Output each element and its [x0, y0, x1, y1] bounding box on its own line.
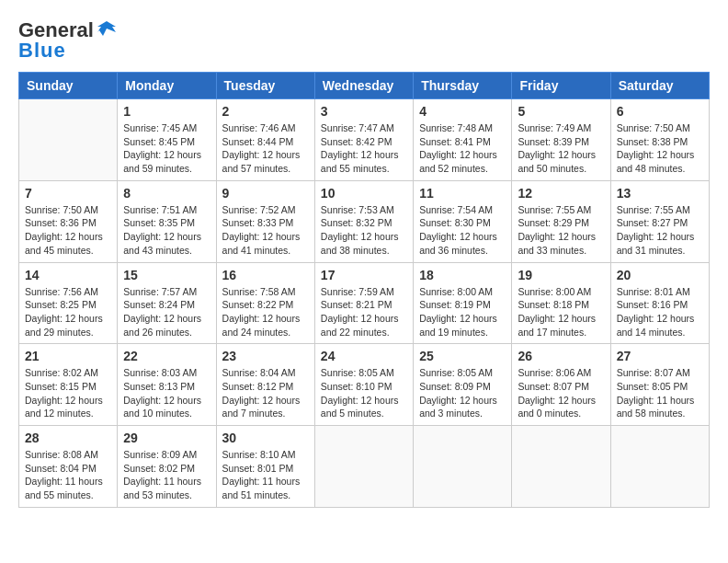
calendar-cell: 12Sunrise: 7:55 AMSunset: 8:29 PMDayligh…: [512, 180, 610, 262]
calendar-cell: 15Sunrise: 7:57 AMSunset: 8:24 PMDayligh…: [118, 262, 216, 344]
day-info: Sunrise: 8:00 AMSunset: 8:19 PMDaylight:…: [419, 285, 506, 339]
day-info: Sunrise: 7:48 AMSunset: 8:41 PMDaylight:…: [419, 121, 506, 176]
logo: General Blue: [18, 18, 119, 63]
calendar-cell: 4Sunrise: 7:48 AMSunset: 8:41 PMDaylight…: [414, 99, 512, 181]
day-number: 5: [518, 104, 604, 119]
logo-bird-icon: [96, 19, 118, 38]
day-info: Sunrise: 8:01 AMSunset: 8:16 PMDaylight:…: [617, 285, 703, 339]
day-number: 8: [123, 186, 210, 201]
calendar-cell: 13Sunrise: 7:55 AMSunset: 8:27 PMDayligh…: [610, 180, 709, 262]
calendar-cell: [314, 426, 413, 508]
day-number: 7: [25, 186, 111, 201]
day-info: Sunrise: 7:50 AMSunset: 8:38 PMDaylight:…: [617, 121, 703, 176]
day-number: 12: [518, 186, 604, 201]
weekday-header-friday: Friday: [512, 73, 610, 99]
day-number: 18: [419, 268, 506, 282]
calendar-cell: 29Sunrise: 8:09 AMSunset: 8:02 PMDayligh…: [118, 426, 216, 508]
day-info: Sunrise: 7:45 AMSunset: 8:45 PMDaylight:…: [123, 121, 210, 176]
day-number: 26: [518, 349, 604, 363]
calendar-cell: 6Sunrise: 7:50 AMSunset: 8:38 PMDaylight…: [610, 99, 709, 181]
day-number: 29: [123, 431, 210, 445]
day-info: Sunrise: 7:47 AMSunset: 8:42 PMDaylight:…: [321, 121, 407, 176]
calendar-cell: [414, 426, 512, 508]
calendar-week-row-1: 1Sunrise: 7:45 AMSunset: 8:45 PMDaylight…: [19, 99, 710, 181]
calendar-cell: 25Sunrise: 8:05 AMSunset: 8:09 PMDayligh…: [414, 344, 512, 426]
day-info: Sunrise: 8:04 AMSunset: 8:12 PMDaylight:…: [222, 366, 309, 420]
day-info: Sunrise: 7:55 AMSunset: 8:29 PMDaylight:…: [518, 203, 604, 258]
day-info: Sunrise: 8:00 AMSunset: 8:18 PMDaylight:…: [518, 285, 604, 339]
day-info: Sunrise: 7:57 AMSunset: 8:24 PMDaylight:…: [123, 285, 210, 339]
weekday-header-tuesday: Tuesday: [216, 73, 314, 99]
day-number: 10: [321, 186, 407, 201]
weekday-header-thursday: Thursday: [414, 73, 512, 99]
day-info: Sunrise: 8:08 AMSunset: 8:04 PMDaylight:…: [25, 448, 111, 502]
calendar-cell: 3Sunrise: 7:47 AMSunset: 8:42 PMDaylight…: [314, 99, 413, 181]
calendar-cell: 18Sunrise: 8:00 AMSunset: 8:19 PMDayligh…: [414, 262, 512, 344]
day-info: Sunrise: 7:50 AMSunset: 8:36 PMDaylight:…: [25, 203, 111, 258]
weekday-header-sunday: Sunday: [19, 73, 118, 99]
calendar-cell: [610, 426, 709, 508]
day-number: 11: [419, 186, 506, 201]
calendar-cell: 5Sunrise: 7:49 AMSunset: 8:39 PMDaylight…: [512, 99, 610, 181]
calendar-cell: [19, 99, 118, 181]
day-info: Sunrise: 7:59 AMSunset: 8:21 PMDaylight:…: [321, 285, 407, 339]
day-info: Sunrise: 7:49 AMSunset: 8:39 PMDaylight:…: [518, 121, 604, 176]
calendar-cell: 19Sunrise: 8:00 AMSunset: 8:18 PMDayligh…: [512, 262, 610, 344]
day-number: 21: [25, 349, 111, 363]
calendar-cell: 20Sunrise: 8:01 AMSunset: 8:16 PMDayligh…: [610, 262, 709, 344]
calendar-cell: 1Sunrise: 7:45 AMSunset: 8:45 PMDaylight…: [118, 99, 216, 181]
calendar-cell: 27Sunrise: 8:07 AMSunset: 8:05 PMDayligh…: [610, 344, 709, 426]
calendar-cell: 21Sunrise: 8:02 AMSunset: 8:15 PMDayligh…: [19, 344, 118, 426]
weekday-header-saturday: Saturday: [610, 73, 709, 99]
day-info: Sunrise: 8:03 AMSunset: 8:13 PMDaylight:…: [123, 366, 210, 420]
day-number: 19: [518, 268, 604, 282]
day-info: Sunrise: 7:58 AMSunset: 8:22 PMDaylight:…: [222, 285, 309, 339]
day-number: 25: [419, 349, 506, 363]
day-number: 17: [321, 268, 407, 282]
calendar-table: SundayMondayTuesdayWednesdayThursdayFrid…: [18, 72, 710, 508]
calendar-week-row-3: 14Sunrise: 7:56 AMSunset: 8:25 PMDayligh…: [19, 262, 710, 344]
calendar-cell: 24Sunrise: 8:05 AMSunset: 8:10 PMDayligh…: [314, 344, 413, 426]
day-info: Sunrise: 8:05 AMSunset: 8:10 PMDaylight:…: [321, 366, 407, 420]
day-number: 20: [617, 268, 703, 282]
day-info: Sunrise: 7:54 AMSunset: 8:30 PMDaylight:…: [419, 203, 506, 258]
weekday-header-wednesday: Wednesday: [314, 73, 413, 99]
calendar-cell: 8Sunrise: 7:51 AMSunset: 8:35 PMDaylight…: [118, 180, 216, 262]
calendar-cell: 11Sunrise: 7:54 AMSunset: 8:30 PMDayligh…: [414, 180, 512, 262]
day-number: 3: [321, 104, 407, 119]
day-info: Sunrise: 8:06 AMSunset: 8:07 PMDaylight:…: [518, 366, 604, 420]
day-number: 2: [222, 104, 309, 119]
day-info: Sunrise: 8:02 AMSunset: 8:15 PMDaylight:…: [25, 366, 111, 420]
day-number: 30: [222, 431, 309, 445]
calendar-cell: 22Sunrise: 8:03 AMSunset: 8:13 PMDayligh…: [118, 344, 216, 426]
day-number: 24: [321, 349, 407, 363]
day-number: 27: [617, 349, 703, 363]
calendar-cell: 7Sunrise: 7:50 AMSunset: 8:36 PMDaylight…: [19, 180, 118, 262]
day-number: 6: [617, 104, 703, 119]
calendar-cell: 17Sunrise: 7:59 AMSunset: 8:21 PMDayligh…: [314, 262, 413, 344]
day-info: Sunrise: 7:56 AMSunset: 8:25 PMDaylight:…: [25, 285, 111, 339]
day-info: Sunrise: 7:53 AMSunset: 8:32 PMDaylight:…: [321, 203, 407, 258]
calendar-cell: 2Sunrise: 7:46 AMSunset: 8:44 PMDaylight…: [216, 99, 314, 181]
calendar-cell: 9Sunrise: 7:52 AMSunset: 8:33 PMDaylight…: [216, 180, 314, 262]
day-number: 4: [419, 104, 506, 119]
day-number: 22: [123, 349, 210, 363]
day-info: Sunrise: 7:46 AMSunset: 8:44 PMDaylight:…: [222, 121, 309, 176]
day-number: 16: [222, 268, 309, 282]
day-number: 14: [25, 268, 111, 282]
day-info: Sunrise: 7:51 AMSunset: 8:35 PMDaylight:…: [123, 203, 210, 258]
calendar-week-row-2: 7Sunrise: 7:50 AMSunset: 8:36 PMDaylight…: [19, 180, 710, 262]
day-info: Sunrise: 7:55 AMSunset: 8:27 PMDaylight:…: [617, 203, 703, 258]
calendar-cell: 16Sunrise: 7:58 AMSunset: 8:22 PMDayligh…: [216, 262, 314, 344]
calendar-cell: 30Sunrise: 8:10 AMSunset: 8:01 PMDayligh…: [216, 426, 314, 508]
calendar-week-row-4: 21Sunrise: 8:02 AMSunset: 8:15 PMDayligh…: [19, 344, 710, 426]
day-info: Sunrise: 8:10 AMSunset: 8:01 PMDaylight:…: [222, 448, 309, 502]
day-number: 28: [25, 431, 111, 445]
calendar-cell: [512, 426, 610, 508]
weekday-header-row: SundayMondayTuesdayWednesdayThursdayFrid…: [19, 73, 710, 99]
calendar-cell: 23Sunrise: 8:04 AMSunset: 8:12 PMDayligh…: [216, 344, 314, 426]
day-number: 23: [222, 349, 309, 363]
day-number: 9: [222, 186, 309, 201]
calendar-cell: 10Sunrise: 7:53 AMSunset: 8:32 PMDayligh…: [314, 180, 413, 262]
weekday-header-monday: Monday: [118, 73, 216, 99]
